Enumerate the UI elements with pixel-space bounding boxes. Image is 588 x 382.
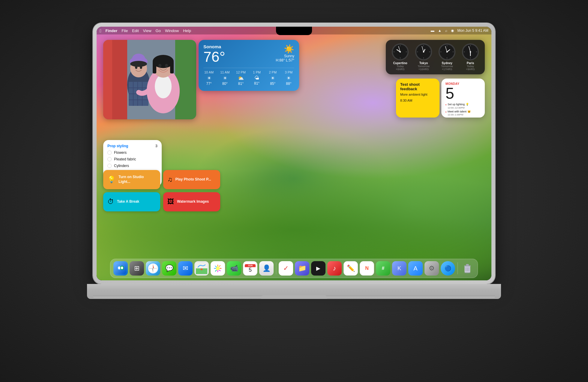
dock-mail[interactable]: ✉: [178, 261, 193, 276]
menu-finder[interactable]: Finder: [105, 28, 117, 33]
reminder-text-2: Pleated fabric: [114, 157, 136, 161]
dock-system-prefs[interactable]: ⚙: [424, 261, 439, 276]
macbook-base: [87, 284, 501, 299]
weather-temp: 76°: [203, 50, 225, 64]
photo-placeholder: [103, 40, 196, 119]
svg-point-72: [201, 268, 202, 270]
svg-rect-22: [153, 61, 156, 73]
reminders-header: Prop styling 3: [107, 144, 158, 148]
weather-condition: ☀️ Sunny H:88° L:57°: [276, 44, 294, 62]
dock-files[interactable]: 📁: [295, 261, 309, 276]
photo-svg: [103, 40, 196, 119]
widget-weather[interactable]: Sonoma 76° ☀️ Sunny H:88° L:57° 10: [199, 40, 299, 91]
clock-city-tokyo: Tokyo: [419, 61, 428, 65]
svg-point-49: [446, 51, 448, 53]
clock-svg-cupertino: [392, 44, 408, 60]
dock-numbers[interactable]: #: [376, 261, 390, 276]
datetime: Mon Jun 5 9:41 AM: [458, 28, 488, 33]
notes-time: 8:30 AM: [400, 99, 435, 102]
shortcut-photo-playlist[interactable]: ♫ Play Photo Shoot P...: [163, 170, 220, 189]
clock-cupertino: Cupertino Today +0HRS: [390, 43, 410, 71]
dock-finder[interactable]: [113, 261, 128, 276]
dock-calendar[interactable]: JUN 5: [243, 261, 257, 276]
dock-launchpad[interactable]: ⊞: [130, 261, 144, 276]
macbook:  Finder File Edit View Go Window Help ▬…: [87, 23, 501, 359]
desktop[interactable]:  Finder File Edit View Go Window Help ▬…: [97, 27, 491, 280]
clock-tz-tokyo: Tomorrow: [418, 65, 430, 68]
dock-messages[interactable]: 💬: [162, 261, 176, 276]
shortcut-label-light: Turn on Studio Light...: [118, 175, 156, 184]
menu-go[interactable]: Go: [156, 28, 161, 33]
cal-event-title-2: Meet with talent 🐱: [448, 110, 471, 114]
dock-divider: [276, 262, 276, 274]
dock-maps[interactable]: [194, 261, 209, 276]
menu-help[interactable]: Help: [183, 28, 191, 33]
dock-keynote[interactable]: K: [392, 261, 406, 276]
dock-trash[interactable]: [460, 261, 475, 276]
dock-appletv[interactable]: ▶: [311, 261, 326, 276]
shortcut-label-watermark: Watermark Images: [177, 199, 209, 204]
search-icon[interactable]: ⌕: [445, 28, 447, 33]
dock-appstore[interactable]: A: [408, 261, 423, 276]
notch: [276, 27, 312, 35]
svg-rect-23: [170, 61, 174, 73]
shortcut-watermark[interactable]: 🖼 Watermark Images: [163, 192, 220, 211]
clock-sydney: Sydney Tomorrow +17HRS: [437, 43, 457, 71]
clock-offset-paris: +9HRS: [466, 68, 475, 71]
dock-facetime[interactable]: 📹: [227, 261, 241, 276]
clock-face-sydney: [439, 43, 455, 60]
widget-calendar[interactable]: MONDAY 5 Set up lighting 💡 12:00–12:30PM: [441, 79, 485, 118]
apple-menu[interactable]: : [100, 28, 101, 33]
dock-music[interactable]: ♪: [327, 261, 342, 276]
shortcut-icon-watermark: 🖼: [167, 198, 174, 206]
widget-photos[interactable]: [103, 40, 196, 119]
wifi-icon: ▲: [438, 28, 442, 33]
dock-news[interactable]: N: [360, 261, 374, 276]
reminder-circle-3: [107, 164, 112, 168]
forecast-12pm: 12 PM ⛅ 81°: [235, 70, 246, 86]
forecast-1pm: 1 PM 🌤 81°: [251, 70, 262, 86]
svg-point-8: [130, 61, 147, 67]
menu-edit[interactable]: Edit: [132, 28, 139, 33]
macbook-notch-base: [261, 295, 327, 299]
dock-contacts[interactable]: 👤: [259, 261, 274, 276]
cal-event-time-1: 12:00–12:30PM: [448, 106, 469, 109]
menu-window[interactable]: Window: [165, 28, 179, 33]
reminder-2: Pleated fabric: [107, 157, 158, 161]
background:  Finder File Edit View Go Window Help ▬…: [0, 0, 588, 382]
forecast-2pm: 2 PM ☀ 85°: [267, 70, 278, 86]
dock-safari[interactable]: [146, 261, 160, 276]
clock-svg-sydney: [439, 44, 455, 60]
clock-tz-cupertino: Today: [397, 65, 404, 68]
clock-offset-sydney: +17HRS: [442, 68, 452, 71]
dock-reminders[interactable]: ✓: [279, 261, 293, 276]
svg-rect-2: [103, 40, 112, 119]
menubar-right: ▬ ▲ ⌕ ◉ Mon Jun 5 9:41 AM: [431, 28, 488, 33]
menu-view[interactable]: View: [143, 28, 152, 33]
notes-content: More ambient light: [400, 92, 435, 97]
svg-point-10: [140, 66, 142, 69]
svg-point-25: [165, 64, 168, 67]
reminders-count: 3: [155, 144, 158, 148]
dock-photos[interactable]: [211, 261, 225, 276]
shortcut-studio-light[interactable]: 💡 Turn on Studio Light...: [103, 170, 160, 189]
forecast-10am: 10 AM ☀ 77°: [203, 70, 214, 86]
clock-tz-sydney: Tomorrow: [441, 65, 453, 68]
svg-point-9: [135, 66, 137, 69]
svg-point-19: [155, 74, 172, 98]
screen-bezel:  Finder File Edit View Go Window Help ▬…: [93, 23, 495, 284]
widget-notes[interactable]: Test shoot feedback More ambient light 8…: [396, 79, 440, 118]
forecast-11am: 11 AM ☀ 80°: [219, 70, 230, 86]
clock-paris: Paris Today +9HRS: [460, 43, 481, 71]
clock-city-cupertino: Cupertino: [393, 61, 407, 65]
shortcut-icon-music: ♫: [167, 176, 172, 184]
dock-finder-2[interactable]: 🔵: [441, 261, 455, 276]
siri-icon[interactable]: ◉: [451, 28, 454, 33]
shortcut-break[interactable]: ⏱ Take A Break: [103, 192, 160, 211]
menu-file[interactable]: File: [122, 28, 128, 33]
dock-freeform[interactable]: ✏️: [344, 261, 358, 276]
clock-face-paris: [462, 43, 479, 60]
menubar-left:  Finder File Edit View Go Window Help: [100, 28, 191, 33]
weather-location: Sonoma: [203, 44, 225, 49]
widget-clocks[interactable]: Cupertino Today +0HRS: [386, 40, 485, 74]
